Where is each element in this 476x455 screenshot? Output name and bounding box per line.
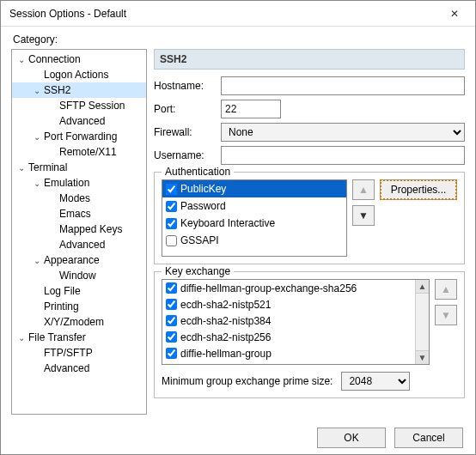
tree-item[interactable]: Modes — [12, 191, 146, 206]
category-label: Category: — [13, 33, 465, 46]
tree-item-label: Terminal — [27, 161, 67, 173]
tree-item-label: Appearance — [43, 254, 100, 266]
min-prime-label: Minimum group exchange prime size: — [162, 375, 333, 387]
close-icon: ✕ — [450, 8, 459, 20]
tree-item-label: Emacs — [58, 208, 91, 220]
key-exchange-group: Key exchange diffie-hellman-group-exchan… — [154, 271, 465, 398]
close-button[interactable]: ✕ — [437, 2, 472, 26]
tree-item[interactable]: ⌄Emulation — [12, 175, 146, 191]
scroll-down-icon[interactable]: ▼ — [416, 350, 429, 364]
ke-move-down-button[interactable]: ▼ — [435, 305, 457, 325]
ke-item-label: ecdh-sha2-nistp384 — [180, 315, 271, 327]
cancel-button[interactable]: Cancel — [394, 428, 463, 448]
tree-item-label: SFTP Session — [58, 100, 125, 112]
chevron-down-icon: ⌄ — [31, 86, 43, 95]
tree-item-label: Advanced — [43, 362, 89, 374]
port-input[interactable] — [221, 100, 281, 118]
ke-move-up-button[interactable]: ▲ — [435, 279, 457, 300]
tree-item[interactable]: Mapped Keys — [12, 221, 146, 237]
ke-item-checkbox[interactable] — [166, 348, 177, 359]
tree-item-label: Printing — [43, 300, 79, 312]
auth-item-checkbox[interactable] — [166, 201, 177, 212]
auth-item-checkbox[interactable] — [166, 184, 177, 195]
dialog-body: Category: ⌄ConnectionLogon Actions⌄SSH2S… — [1, 27, 475, 422]
tree-item-label: Log File — [43, 285, 81, 297]
auth-move-down-button[interactable]: ▼ — [352, 205, 375, 226]
scrollbar[interactable]: ▲ ▼ — [415, 280, 429, 364]
auth-item-label: Password — [180, 200, 226, 212]
chevron-down-icon: ⌄ — [31, 132, 43, 142]
tree-item[interactable]: Log File — [12, 283, 146, 299]
auth-item[interactable]: Password — [162, 197, 346, 215]
chevron-down-icon: ⌄ — [31, 179, 43, 188]
tree-item[interactable]: Advanced — [12, 361, 146, 376]
auth-move-up-button[interactable]: ▲ — [352, 179, 375, 200]
ke-item-label: diffie-hellman-group — [180, 348, 272, 360]
triangle-up-icon: ▲ — [441, 283, 451, 295]
ke-item[interactable]: ecdh-sha2-nistp384 — [162, 312, 429, 329]
chevron-down-icon: ⌄ — [15, 333, 27, 343]
properties-button[interactable]: Properties... — [380, 179, 457, 200]
tree-item[interactable]: Emacs — [12, 206, 146, 221]
ke-item[interactable]: diffie-hellman-group-exchange-sha256 — [162, 280, 429, 296]
tree-item-label: Logon Actions — [43, 69, 108, 81]
tree-item[interactable]: FTP/SFTP — [12, 345, 146, 361]
ke-item-checkbox[interactable] — [166, 299, 177, 310]
ke-item-label: diffie-hellman-group-exchange-sha256 — [180, 282, 357, 294]
tree-item-label: Mapped Keys — [58, 223, 122, 235]
ke-item-checkbox[interactable] — [166, 315, 177, 326]
ok-button[interactable]: OK — [317, 428, 386, 448]
tree-item[interactable]: Remote/X11 — [12, 144, 146, 160]
key-exchange-list[interactable]: diffie-hellman-group-exchange-sha256ecdh… — [162, 279, 430, 365]
tree-item-label: Connection — [27, 53, 81, 65]
auth-item[interactable]: PublicKey — [162, 180, 346, 197]
hostname-input[interactable] — [221, 76, 465, 95]
ke-item[interactable]: ecdh-sha2-nistp521 — [162, 296, 429, 312]
tree-item[interactable]: Logon Actions — [12, 67, 146, 82]
tree-item[interactable]: ⌄File Transfer — [12, 330, 146, 345]
tree-item[interactable]: Printing — [12, 299, 146, 314]
window-title: Session Options - Default — [9, 8, 126, 20]
ke-item[interactable]: diffie-hellman-group — [162, 345, 429, 361]
authentication-list[interactable]: PublicKeyPasswordKeyboard InteractiveGSS… — [162, 179, 347, 257]
right-pane: SSH2 Hostname: Port: Firewall: None User… — [154, 49, 465, 415]
ke-item-checkbox[interactable] — [166, 331, 177, 343]
auth-item-label: Keyboard Interactive — [180, 217, 275, 229]
authentication-legend: Authentication — [162, 166, 234, 178]
tree-item[interactable]: Advanced — [12, 237, 146, 252]
ke-item[interactable]: ecdh-sha2-nistp256 — [162, 329, 429, 345]
ke-reorder-buttons: ▲ ▼ — [435, 279, 457, 325]
tree-item-label: Remote/X11 — [58, 146, 117, 158]
tree-item[interactable]: Advanced — [12, 113, 146, 129]
auth-item-checkbox[interactable] — [166, 235, 177, 246]
tree-item-label: X/Y/Zmodem — [43, 316, 104, 328]
min-prime-select[interactable]: 2048 — [341, 372, 410, 391]
firewall-select[interactable]: None — [221, 123, 465, 142]
auth-item-label: PublicKey — [180, 183, 226, 195]
auth-item-checkbox[interactable] — [166, 218, 177, 229]
ke-item-checkbox[interactable] — [166, 282, 177, 294]
auth-item-label: GSSAPI — [180, 234, 219, 246]
tree-item[interactable]: ⌄Port Forwarding — [12, 129, 146, 144]
triangle-down-icon: ▼ — [358, 209, 369, 221]
tree-item[interactable]: ⌄Appearance — [12, 252, 146, 268]
title-bar: Session Options - Default ✕ — [1, 1, 475, 27]
tree-item[interactable]: Window — [12, 268, 146, 283]
key-exchange-legend: Key exchange — [162, 265, 234, 277]
auth-item[interactable]: GSSAPI — [162, 232, 346, 249]
username-input[interactable] — [221, 146, 465, 165]
auth-item[interactable]: Keyboard Interactive — [162, 215, 346, 232]
authentication-group: Authentication PublicKeyPasswordKeyboard… — [154, 172, 465, 264]
tree-item-label: Advanced — [58, 239, 105, 251]
tree-item[interactable]: ⌄Connection — [12, 52, 146, 67]
ke-item-label: ecdh-sha2-nistp256 — [180, 331, 271, 343]
panel-header: SSH2 — [154, 49, 465, 70]
tree-item[interactable]: SFTP Session — [12, 98, 146, 113]
tree-item[interactable]: X/Y/Zmodem — [12, 314, 146, 330]
tree-item[interactable]: ⌄SSH2 — [12, 82, 146, 98]
chevron-down-icon: ⌄ — [15, 163, 27, 173]
category-tree[interactable]: ⌄ConnectionLogon Actions⌄SSH2SFTP Sessio… — [11, 49, 147, 415]
tree-item[interactable]: ⌄Terminal — [12, 160, 146, 175]
scroll-up-icon[interactable]: ▲ — [416, 280, 429, 294]
tree-item-label: Window — [58, 270, 96, 282]
